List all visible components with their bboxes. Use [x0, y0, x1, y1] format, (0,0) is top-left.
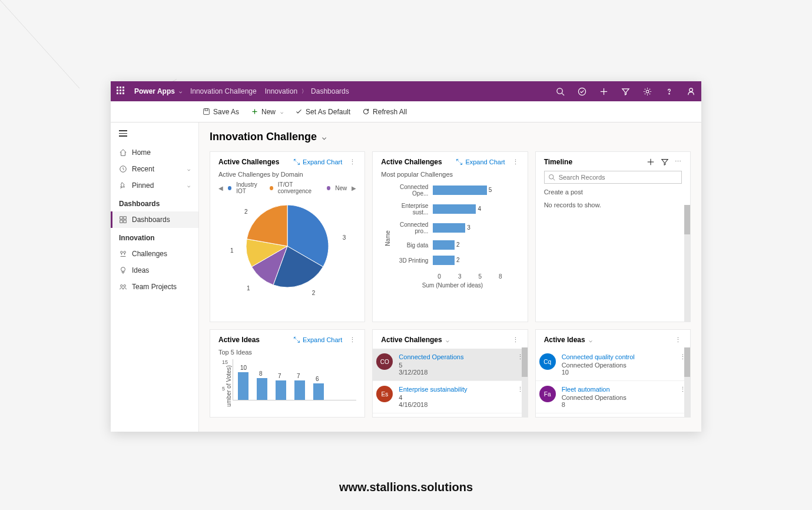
- page-title[interactable]: Innovation Challenge ⌵: [210, 131, 691, 143]
- y-axis-label: Name: [385, 230, 391, 246]
- card-active-challenges-bar: Active Challenges Expand Chart ⋮ Most po…: [372, 151, 528, 322]
- svg-point-33: [121, 251, 123, 253]
- list-item[interactable]: CO Connected Operations53/12/2018 ⋮: [373, 349, 527, 381]
- svg-rect-29: [120, 216, 122, 218]
- new-button[interactable]: New ⌵: [251, 108, 283, 116]
- sidebar-item-dashboards[interactable]: Dashboards: [111, 211, 198, 228]
- filter-icon[interactable]: [661, 158, 669, 166]
- sidebar-section-innovation: Innovation: [111, 228, 198, 246]
- svg-point-36: [121, 284, 123, 287]
- svg-point-16: [557, 88, 562, 93]
- list-item[interactable]: Cq Connected quality controlConnected Op…: [536, 349, 690, 381]
- svg-line-0: [0, 0, 106, 88]
- breadcrumb-area[interactable]: Innovation: [265, 87, 297, 95]
- chart-legend: ◀ Industry IOT IT/OT convergence New ▶: [218, 181, 356, 194]
- expand-chart-link[interactable]: Expand Chart: [293, 336, 342, 343]
- sidebar-item-team-projects[interactable]: Team Projects: [111, 279, 198, 295]
- search-records-input[interactable]: [544, 171, 682, 184]
- list-item[interactable]: Es Enterprise sustainability44/16/2018 ⋮: [373, 381, 527, 413]
- expand-chart-link[interactable]: Expand Chart: [293, 158, 342, 165]
- svg-rect-24: [204, 109, 210, 115]
- svg-point-37: [124, 284, 126, 287]
- refresh-all-button[interactable]: Refresh All: [362, 108, 407, 116]
- svg-point-40: [549, 175, 554, 180]
- legend-next-icon[interactable]: ▶: [352, 185, 356, 191]
- hamburger-icon[interactable]: [111, 122, 198, 144]
- expand-chart-link[interactable]: Expand Chart: [456, 158, 505, 165]
- help-icon[interactable]: [665, 87, 674, 96]
- svg-line-17: [562, 93, 564, 95]
- gear-icon[interactable]: [643, 87, 652, 96]
- filter-icon[interactable]: [621, 87, 630, 96]
- bar-chart: Connected Ope...5Enterprise sust...4Conn…: [386, 181, 519, 273]
- card-title: Active Challenges: [381, 336, 442, 344]
- challenges-list: CO Connected Operations53/12/2018 ⋮ Es E…: [373, 349, 527, 413]
- sidebar-item-challenges[interactable]: Challenges: [111, 246, 198, 262]
- sidebar-item-recent[interactable]: Recent ⌵: [111, 161, 198, 177]
- svg-line-41: [553, 178, 555, 180]
- more-icon[interactable]: ⋮: [675, 336, 682, 344]
- top-bar: Power Apps ⌵ Innovation Challenge Innova…: [111, 81, 701, 101]
- scrollbar[interactable]: [684, 347, 690, 417]
- column-chart: 108776: [233, 359, 356, 400]
- footer-url: www.stallions.solutions: [339, 481, 473, 494]
- app-name[interactable]: Power Apps: [134, 87, 175, 95]
- search-field[interactable]: [559, 174, 678, 181]
- chevron-down-icon: ⌵: [187, 166, 190, 172]
- svg-point-22: [669, 93, 670, 94]
- chevron-down-icon: ⌵: [322, 133, 326, 141]
- svg-rect-30: [124, 216, 126, 218]
- task-icon[interactable]: [578, 87, 586, 96]
- chevron-down-icon[interactable]: ⌵: [589, 337, 592, 343]
- set-default-button[interactable]: Set As Default: [295, 108, 350, 116]
- chevron-down-icon: ⌵: [280, 109, 283, 115]
- chevron-down-icon[interactable]: ⌵: [446, 337, 449, 343]
- more-icon[interactable]: ⋮: [349, 158, 356, 166]
- no-records-text: No records to show.: [544, 201, 682, 208]
- y-axis-label: umber of Votes): [226, 365, 232, 407]
- card-active-challenges-pie: Active Challenges Expand Chart ⋮ Active …: [210, 151, 365, 322]
- pie-chart: [246, 205, 329, 289]
- command-bar: Save As New ⌵ Set As Default Refresh All: [111, 101, 701, 122]
- sidebar-item-pinned[interactable]: Pinned ⌵: [111, 177, 198, 194]
- more-icon[interactable]: ⋯: [675, 158, 682, 166]
- x-axis-ticks: 0358: [386, 273, 519, 280]
- user-icon[interactable]: [687, 87, 695, 96]
- card-title: Timeline: [544, 158, 572, 166]
- scrollbar[interactable]: [684, 205, 690, 322]
- card-active-ideas-chart: Active Ideas Expand Chart ⋮ Top 5 Ideas …: [210, 329, 365, 418]
- plus-icon[interactable]: [599, 87, 608, 96]
- chevron-right-icon: 〉: [301, 88, 307, 95]
- svg-rect-25: [205, 109, 208, 111]
- sidebar-item-home[interactable]: Home: [111, 144, 198, 161]
- sidebar-item-ideas[interactable]: Ideas: [111, 262, 198, 279]
- scrollbar[interactable]: [522, 347, 528, 417]
- sidebar: Home Recent ⌵ Pinned ⌵ Dashboards Dashbo…: [111, 122, 199, 432]
- breadcrumb-current: Dashboards: [311, 87, 349, 95]
- more-icon[interactable]: ⋮: [512, 158, 519, 166]
- plus-icon[interactable]: [647, 158, 655, 166]
- create-post-prompt[interactable]: Create a post: [544, 188, 682, 196]
- app-launcher-icon[interactable]: [117, 87, 126, 96]
- svg-rect-31: [120, 220, 122, 222]
- save-as-button[interactable]: Save As: [203, 108, 239, 116]
- list-item[interactable]: Fa Fleet automationConnected Operations8…: [536, 381, 690, 413]
- svg-point-18: [578, 88, 585, 95]
- legend-prev-icon[interactable]: ◀: [218, 185, 223, 191]
- more-icon[interactable]: ⋮: [512, 336, 519, 344]
- card-active-challenges-list: Active Challenges ⌵ ⋮ CO Connected Opera…: [372, 329, 528, 418]
- main-content: Innovation Challenge ⌵ Active Challenges…: [199, 122, 701, 432]
- more-icon[interactable]: ⋮: [349, 336, 356, 344]
- chart-subtitle: Active Challenges by Domain: [218, 171, 356, 178]
- background-pattern: [0, 0, 177, 88]
- chevron-down-icon[interactable]: ⌵: [179, 88, 182, 94]
- svg-point-23: [690, 88, 693, 91]
- card-title: Active Challenges: [218, 158, 279, 166]
- card-timeline: Timeline ⋯ Create a post No records to s…: [535, 151, 691, 322]
- app-window: Power Apps ⌵ Innovation Challenge Innova…: [111, 81, 701, 432]
- ideas-list: Cq Connected quality controlConnected Op…: [536, 349, 690, 413]
- chart-subtitle: Most popular Challenges: [381, 171, 519, 178]
- svg-rect-32: [124, 220, 126, 222]
- search-icon[interactable]: [556, 87, 565, 96]
- breadcrumb-app[interactable]: Innovation Challenge: [190, 87, 257, 95]
